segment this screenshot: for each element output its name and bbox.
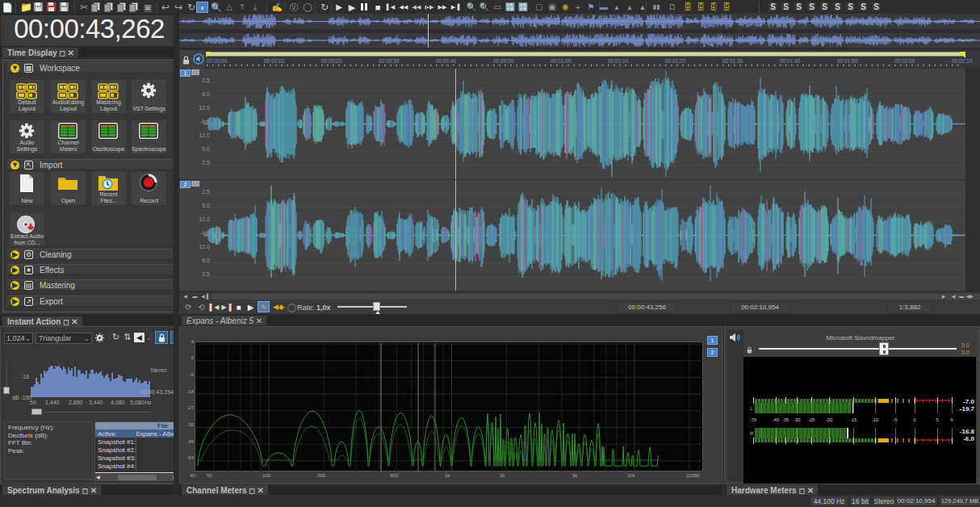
svg-text:-20: -20 <box>826 417 833 422</box>
svg-text:R: R <box>750 431 754 436</box>
svg-text:-15: -15 <box>850 417 857 422</box>
svg-text:-19.7: -19.7 <box>960 405 975 413</box>
svg-text:-16.8: -16.8 <box>960 428 975 435</box>
svg-text:L: L <box>750 406 753 411</box>
svg-text:-30: -30 <box>794 417 801 422</box>
svg-text:-40: -40 <box>773 417 780 422</box>
svg-text:-70: -70 <box>750 417 757 422</box>
svg-text:5: 5 <box>936 417 939 422</box>
svg-text:-7.0: -7.0 <box>963 398 974 405</box>
svg-text:-10: -10 <box>872 417 879 422</box>
svg-text:9: 9 <box>950 417 953 422</box>
svg-text:0: 0 <box>913 417 916 422</box>
svg-text:-5: -5 <box>893 417 898 422</box>
svg-text:-6.0: -6.0 <box>963 435 974 442</box>
svg-text:-35: -35 <box>782 417 789 422</box>
svg-text:-25: -25 <box>808 417 815 422</box>
